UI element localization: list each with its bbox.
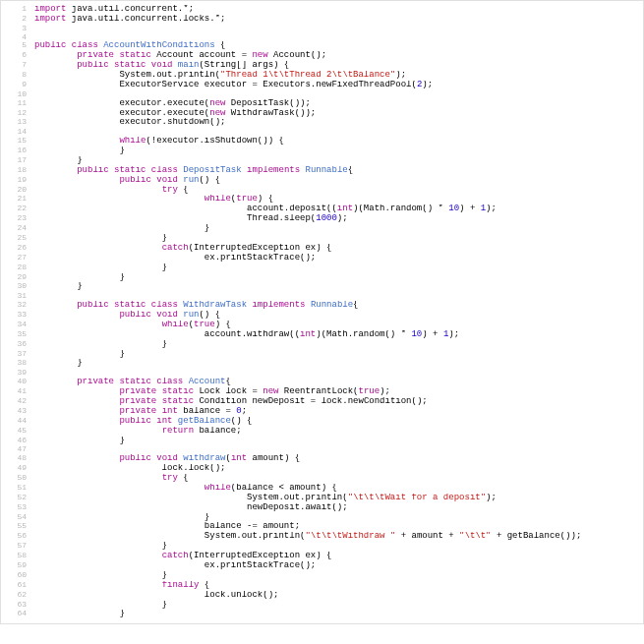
token-plain: { [348, 166, 353, 175]
code-content: public int getBalance() { [34, 417, 643, 427]
line-number: 61 [1, 581, 34, 590]
line-number: 43 [1, 407, 34, 416]
token-plain [34, 137, 119, 146]
token-kw: while [205, 195, 231, 204]
code-line: 44 public int getBalance() { [1, 417, 643, 427]
code-line: 7 public static void main(String[] args)… [1, 61, 643, 71]
line-number: 46 [1, 437, 34, 445]
code-line: 24 } [1, 224, 643, 234]
line-number: 41 [1, 387, 34, 396]
line-number: 45 [1, 427, 34, 436]
token-plain: { [178, 474, 189, 483]
code-line: 19 public void run() { [1, 176, 643, 186]
token-cls: Runnable [311, 301, 353, 310]
token-cls: run [183, 311, 199, 320]
code-line: 64 } [1, 610, 643, 619]
token-plain: ); [448, 330, 459, 339]
code-line: 43 private int balance = 0; [1, 407, 643, 417]
token-plain: executor.shutdown(); [34, 118, 225, 127]
token-plain: ExecutorService executor = Executors.new… [34, 81, 417, 89]
token-plain: Account(); [268, 51, 326, 60]
token-kw: return [162, 427, 194, 436]
token-plain: )(Math.random() * [316, 330, 411, 339]
code-content: System.out.println("\t\t\tWithdraw " + a… [34, 532, 643, 542]
token-plain: ); [486, 494, 497, 502]
code-content: private static Condition newDeposit = lo… [34, 397, 643, 407]
token-plain [34, 397, 119, 406]
line-number: 23 [1, 214, 34, 223]
token-plain: lock.lock(); [34, 464, 225, 473]
code-content: } [34, 610, 643, 619]
token-plain: Lock lock = [194, 387, 263, 396]
token-plain [34, 61, 77, 70]
code-content: finally { [34, 581, 643, 591]
code-line: 21 while(true) { [1, 195, 643, 205]
code-line: 20 try { [1, 186, 643, 196]
token-str: "Thread 1\t\tThread 2\t\tBalance" [220, 71, 395, 80]
token-kw: while [119, 137, 146, 146]
code-content: while(balance < amount) { [34, 484, 643, 494]
token-plain [34, 474, 162, 483]
code-content: System.out.println("\t\t\tWait for a dep… [34, 494, 643, 503]
code-line: 39 [1, 369, 643, 378]
token-str: "\t\t" [459, 532, 491, 541]
token-plain: () { [199, 176, 220, 185]
token-plain: (InterruptedException ex) { [189, 552, 332, 560]
code-line: 34 while(true) { [1, 321, 643, 330]
token-kw: public class [34, 41, 98, 50]
code-content: lock.unlock(); [34, 591, 643, 601]
line-number: 33 [1, 311, 34, 320]
code-content: while(true) { [34, 321, 643, 330]
token-cls: run [183, 176, 199, 185]
code-line: 2import java.util.concurrent.locks.*; [1, 15, 643, 25]
token-plain: balance; [194, 427, 242, 436]
code-content: while(!executor.isShutdown()) { [34, 137, 643, 146]
token-num: 10 [448, 205, 459, 213]
token-kw: public static void [77, 61, 172, 70]
code-content: public static class WithdrawTask impleme… [34, 301, 643, 311]
token-kw: while [162, 321, 189, 329]
code-line: 31 [1, 292, 643, 301]
token-cls: getBalance [178, 417, 231, 426]
token-plain: DepositTask()); [225, 99, 310, 108]
line-number: 48 [1, 454, 34, 463]
line-number: 36 [1, 340, 34, 349]
token-plain: ); [486, 205, 497, 213]
token-cls: main [178, 61, 200, 70]
code-content: public void run() { [34, 176, 643, 186]
token-plain [34, 195, 205, 204]
code-content: executor.execute(new WithdrawTask()); [34, 109, 643, 119]
line-number: 3 [1, 25, 34, 33]
token-plain: } [34, 340, 167, 349]
token-plain [34, 378, 77, 386]
code-line: 57 } [1, 542, 643, 552]
line-number: 52 [1, 494, 34, 502]
code-line: 26 catch(InterruptedException ex) { [1, 244, 643, 254]
token-plain [34, 427, 162, 436]
line-number: 63 [1, 601, 34, 610]
code-line: 52 System.out.println("\t\t\tWait for a … [1, 494, 643, 503]
token-kw: int [337, 205, 353, 213]
token-plain: java.util.concurrent.locks.*; [66, 15, 225, 24]
code-content: private int balance = 0; [34, 407, 643, 417]
token-kw: implements [247, 166, 300, 175]
token-plain: + getBalance()); [492, 532, 582, 541]
line-number: 18 [1, 166, 34, 175]
line-number: 8 [1, 71, 34, 80]
code-line: 56 System.out.println("\t\t\tWithdraw " … [1, 532, 643, 542]
line-number: 29 [1, 273, 34, 282]
token-plain: Account account = [151, 51, 253, 60]
line-number: 11 [1, 99, 34, 108]
code-line: 50 try { [1, 474, 643, 484]
token-bool: true [194, 321, 215, 329]
code-content: lock.lock(); [34, 464, 643, 474]
token-plain [34, 51, 77, 60]
code-line: 42 private static Condition newDeposit =… [1, 397, 643, 407]
code-content: return balance; [34, 427, 643, 437]
token-plain: } [34, 146, 125, 155]
line-number: 51 [1, 484, 34, 493]
token-plain: ); [380, 387, 390, 396]
line-number: 17 [1, 156, 34, 165]
code-content: } [34, 350, 643, 360]
token-kw: implements [252, 301, 305, 310]
